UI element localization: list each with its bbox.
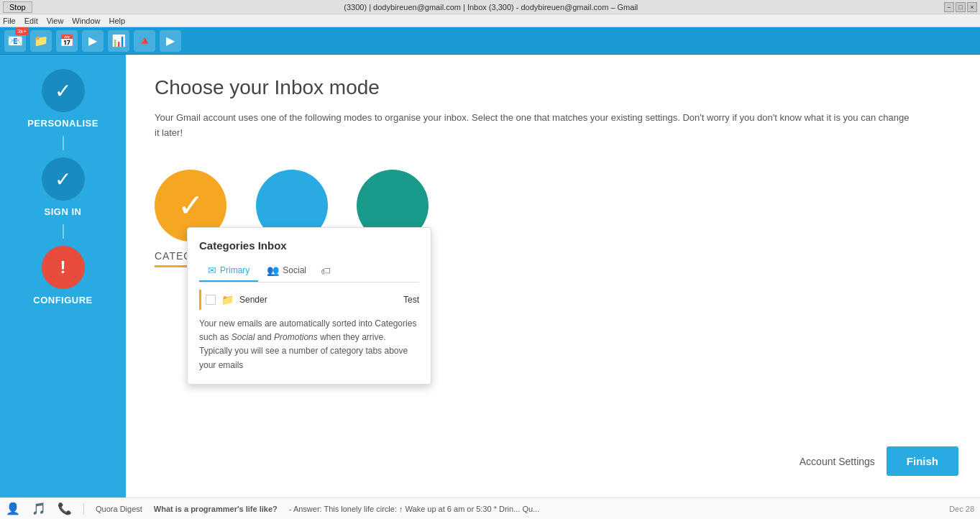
tooltip-tabs: ✉ Primary 👥 Social 🏷 [199, 260, 419, 283]
taskbar-app-2[interactable]: 📁 [30, 30, 52, 52]
bottom-icon-1[interactable]: 👤 [6, 502, 20, 515]
primary-tab-label: Primary [220, 265, 249, 275]
page-title: Choose your Inbox mode [155, 76, 951, 99]
personalise-circle: ✓ [42, 69, 85, 112]
quora-subject: What is a programmer's life like? [154, 505, 278, 513]
quora-bar: 👤 🎵 📞 Quora Digest What is a programmer'… [0, 497, 980, 519]
minimize-button[interactable]: − [944, 2, 954, 12]
sidebar-divider-2 [63, 224, 64, 239]
menu-file[interactable]: File [3, 17, 16, 25]
taskbar-app-7[interactable]: ▶ [160, 30, 181, 52]
taskbar-app-5[interactable]: 📊 [108, 30, 129, 52]
account-settings-button[interactable]: Account Settings [800, 456, 875, 467]
menu-edit[interactable]: Edit [24, 17, 38, 25]
sidebar-label-signin: SIGN IN [45, 206, 82, 217]
bottom-icon-3[interactable]: 📞 [58, 502, 72, 515]
configure-circle: ! [42, 246, 85, 289]
tooltip-description: Your new emails are automatically sorted… [199, 317, 419, 372]
page-description: Your Gmail account uses one of the follo… [155, 111, 910, 141]
tag-icon: 🏷 [315, 261, 336, 281]
main-layout: ✓ PERSONALISE ✓ SIGN IN ! CONFIGURE Choo… [0, 55, 980, 497]
tooltip-tab-social[interactable]: 👥 Social [258, 260, 315, 282]
close-button[interactable]: × [967, 2, 977, 12]
sidebar-item-signin[interactable]: ✓ SIGN IN [42, 157, 85, 217]
signin-circle: ✓ [42, 157, 85, 201]
menu-help[interactable]: Help [109, 17, 125, 25]
tooltip-desc-and: and [255, 332, 274, 342]
sidebar-label-configure: CONFIGURE [33, 295, 93, 306]
tooltip-promotions-em: Promotions [274, 332, 318, 342]
tooltip-title: Categories Inbox [199, 239, 419, 252]
sidebar-item-personalise[interactable]: ✓ PERSONALISE [27, 69, 99, 129]
email-preview-row: 📁 Sender Test [199, 290, 419, 310]
sidebar-item-configure[interactable]: ! CONFIGURE [33, 246, 93, 306]
maximize-button[interactable]: □ [956, 2, 966, 12]
email-subject: Test [403, 295, 419, 305]
social-tab-icon: 👥 [267, 265, 279, 276]
menu-view[interactable]: View [47, 17, 64, 25]
primary-tab-icon: ✉ [208, 265, 216, 276]
folder-icon: 📁 [221, 294, 234, 306]
content-area: Choose your Inbox mode Your Gmail accoun… [126, 55, 980, 497]
title-bar-text: (3300) | dodybireuen@gmail.com | Inbox (… [38, 3, 944, 12]
quora-date: Dec 28 [949, 505, 974, 513]
taskbar-app-6[interactable]: 🔺 [134, 30, 155, 52]
title-bar: Stop (3300) | dodybireuen@gmail.com | In… [0, 0, 980, 14]
email-checkbox[interactable] [206, 295, 216, 305]
taskbar: 📧 3k+ 📁 📅 ▶ 📊 🔺 ▶ [0, 27, 980, 55]
stop-button[interactable]: Stop [3, 1, 32, 13]
sidebar-divider-1 [63, 136, 64, 150]
social-tab-label: Social [283, 265, 306, 275]
quora-preview: - Answer: This lonely life circle: ↑ Wak… [289, 505, 539, 513]
sidebar: ✓ PERSONALISE ✓ SIGN IN ! CONFIGURE [0, 55, 126, 497]
bottom-icon-2[interactable]: 🎵 [32, 502, 46, 515]
sidebar-label-personalise: PERSONALISE [27, 118, 99, 129]
email-sender: Sender [239, 295, 398, 305]
quora-bar-left: 👤 🎵 📞 Quora Digest What is a programmer'… [6, 502, 539, 515]
tooltip-social-em: Social [232, 332, 255, 342]
bar-divider [83, 503, 84, 515]
quora-sender: Quora Digest [96, 505, 142, 513]
finish-button[interactable]: Finish [887, 446, 958, 476]
tooltip-popup: Categories Inbox ✉ Primary 👥 Social 🏷 📁 … [187, 227, 431, 385]
window-controls[interactable]: − □ × [944, 2, 977, 12]
taskbar-app-1[interactable]: 📧 3k+ [4, 30, 26, 52]
menu-window[interactable]: Window [72, 17, 100, 25]
taskbar-app-4[interactable]: ▶ [82, 30, 104, 52]
menu-bar: File Edit View Window Help [0, 14, 980, 27]
notification-badge: 3k+ [15, 27, 29, 35]
taskbar-app-3[interactable]: 📅 [56, 30, 78, 52]
footer-area: Account Settings Finish [800, 446, 958, 476]
tooltip-tab-primary[interactable]: ✉ Primary [199, 260, 258, 282]
